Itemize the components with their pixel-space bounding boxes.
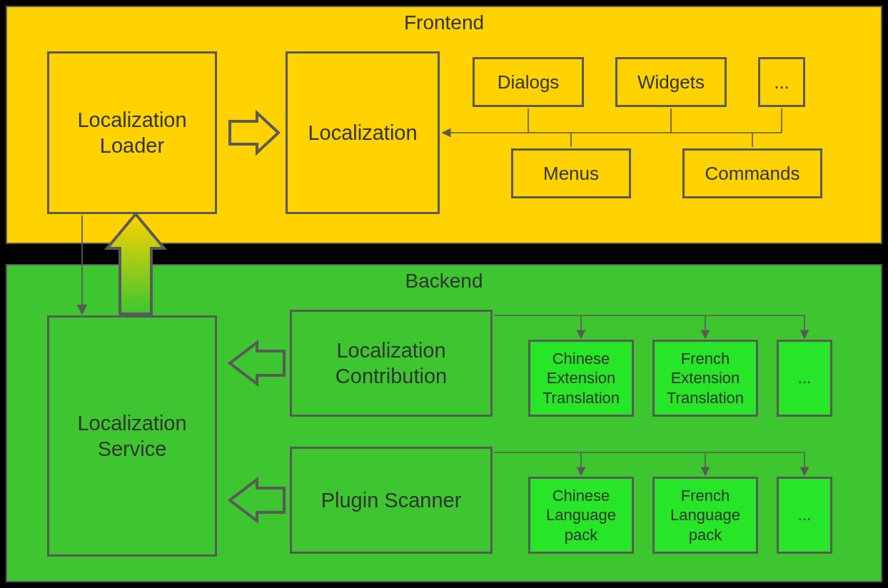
box-extension-more: ... — [777, 340, 832, 417]
box-localization-contribution: LocalizationContribution — [290, 310, 493, 417]
box-french-language-pack: FrenchLanguagepack — [652, 477, 758, 554]
box-language-pack-more: ... — [777, 477, 832, 554]
frontend-panel: Frontend LocalizationLoader Localization… — [6, 6, 882, 244]
arrow-contribution-to-service-icon — [230, 343, 284, 384]
box-chinese-language-pack: ChineseLanguagepack — [528, 477, 634, 554]
box-plugin-scanner: Plugin Scanner — [290, 447, 493, 554]
box-menus: Menus — [511, 148, 631, 198]
box-localization-loader: LocalizationLoader — [47, 51, 217, 214]
arrow-scanner-to-service-icon — [230, 480, 284, 521]
box-widgets: Widgets — [615, 57, 727, 107]
box-frontend-more: ... — [758, 57, 805, 107]
frontend-title: Frontend — [404, 11, 484, 34]
box-localization-service: LocalizationService — [47, 315, 217, 557]
box-french-extension-translation: FrenchExtensionTranslation — [652, 340, 758, 417]
backend-title: Backend — [405, 270, 483, 293]
box-localization: Localization — [286, 51, 440, 214]
backend-panel: Backend LocalizationService Localization… — [6, 264, 882, 582]
arrow-loader-to-localization-icon — [230, 113, 278, 153]
box-chinese-extension-translation: ChineseExtensionTranslation — [528, 340, 634, 417]
box-dialogs: Dialogs — [473, 57, 584, 107]
box-commands: Commands — [682, 148, 822, 198]
